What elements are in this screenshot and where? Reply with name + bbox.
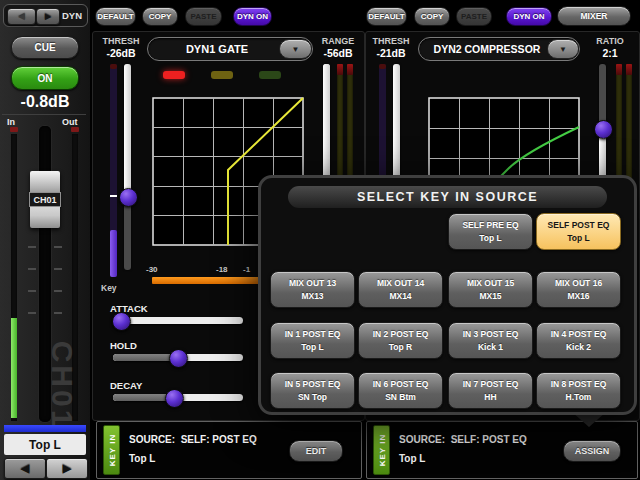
prev-channel-button[interactable]: ◀ [7, 8, 36, 25]
keyin-source-option[interactable]: IN 3 POST EQ Kick 1 [448, 322, 533, 359]
dyn2-keyin-name: Top L [399, 453, 425, 464]
in-meter-fill [11, 318, 17, 418]
dyn1-keyin-source: SOURCE: SELF: POST EQ [129, 434, 257, 445]
dyn1-thresh-label: THRESH [98, 36, 144, 46]
gate-yellow-led [211, 71, 233, 79]
dyn2-paste-button[interactable]: PASTE [456, 7, 492, 26]
channel-name-box[interactable]: Top L [4, 434, 86, 455]
keyin-source-option-selected[interactable]: SELF POST EQ Top L [536, 213, 621, 250]
keyin-source-option[interactable]: IN 4 POST EQ Kick 2 [536, 322, 621, 359]
dyn2-type-dropdown-button[interactable]: ▼ [547, 39, 579, 59]
dyn1-keyin-edit-button[interactable]: EDIT [289, 440, 343, 462]
dyn1-range-value: -56dB [314, 47, 362, 59]
keyin-source-option[interactable]: IN 1 POST EQ Top L [270, 322, 355, 359]
left-arrow-icon: ◀ [18, 12, 24, 21]
hold-label: HOLD [110, 340, 137, 351]
fader-handle[interactable]: CH01 [30, 171, 60, 228]
option-line2: H.Tom [566, 391, 592, 403]
dyn1-key-meter-fill [110, 230, 117, 277]
copy-label: COPY [149, 12, 172, 21]
option-line2: Top R [389, 341, 412, 353]
dyn2-on-button[interactable]: DYN ON [506, 7, 552, 26]
channel-on-button[interactable]: ON [11, 66, 79, 90]
dyn1-scale-tick-30: -30 [146, 265, 158, 274]
dyn2-default-button[interactable]: DEFAULT [366, 7, 407, 26]
out-meter-label: Out [62, 117, 78, 127]
option-line2: MX15 [479, 290, 501, 302]
dyn-on-label: DYN ON [513, 12, 544, 21]
dyn1-type-dropdown-button[interactable]: ▼ [279, 39, 312, 59]
hold-knob[interactable] [169, 349, 188, 368]
attack-knob[interactable] [112, 312, 131, 331]
dyn1-paste-button[interactable]: PASTE [185, 7, 222, 26]
strip-divider [2, 114, 86, 115]
option-line2: Kick 2 [566, 341, 591, 353]
option-line2: MX13 [301, 290, 323, 302]
keyin-source-option[interactable]: SELF PRE EQ Top L [448, 213, 533, 250]
gate-green-led [259, 71, 281, 79]
dyn2-ratio-knob[interactable] [594, 120, 613, 139]
keyin-source-option[interactable]: MIX OUT 16 MX16 [536, 271, 621, 308]
dyn1-range-label: RANGE [314, 36, 362, 46]
dyn1-keyin-box: KEY IN SOURCE: SELF: POST EQ Top L EDIT [96, 421, 362, 479]
cue-button[interactable]: CUE [11, 36, 79, 59]
dyn1-scale-tick-12: -1 [243, 265, 250, 274]
dyn2-type-label: DYN2 COMPRESSOR [434, 43, 541, 55]
option-line1: IN 1 POST EQ [285, 328, 341, 340]
option-line2: Top L [479, 232, 502, 244]
option-line1: IN 6 POST EQ [373, 378, 429, 390]
dyn2-type-selector[interactable]: DYN2 COMPRESSOR ▼ [418, 37, 580, 61]
in-meter [11, 134, 17, 421]
keyin-source-option[interactable]: IN 6 POST EQ SN Btm [358, 372, 443, 409]
in-meter-label: In [7, 117, 15, 127]
keyin-tag-label: KEY IN [377, 434, 386, 467]
dyn1-default-button[interactable]: DEFAULT [95, 7, 136, 26]
attack-slider[interactable] [113, 317, 243, 324]
bank-right-button[interactable]: ▶ [46, 458, 88, 479]
keyin-source-option[interactable]: IN 8 POST EQ H.Tom [536, 372, 621, 409]
mixer-button[interactable]: MIXER [557, 6, 631, 26]
option-line2: SN Top [298, 391, 327, 403]
dyn1-on-button[interactable]: DYN ON [233, 7, 272, 26]
dyn1-copy-button[interactable]: COPY [142, 7, 178, 26]
option-line1: IN 2 POST EQ [373, 328, 429, 340]
option-line1: IN 5 POST EQ [285, 378, 341, 390]
option-line2: Kick 1 [478, 341, 503, 353]
dyn1-thresh-knob[interactable] [119, 188, 138, 207]
keyin-source-popup: SELECT KEY IN SOURCE SELF PRE EQ Top L S… [258, 175, 637, 415]
channel-nav-control: ◀ ▶ DYN [3, 4, 88, 27]
option-line2: HH [484, 391, 496, 403]
popup-title: SELECT KEY IN SOURCE [288, 186, 607, 208]
dyn1-threshold-marker [110, 195, 117, 197]
option-line1: IN 3 POST EQ [463, 328, 519, 340]
keyin-source-option[interactable]: IN 7 POST EQ HH [448, 372, 533, 409]
dyn1-type-selector[interactable]: DYN1 GATE ▼ [147, 37, 313, 61]
keyin-source-option[interactable]: MIX OUT 15 MX15 [448, 271, 533, 308]
option-line2: SN Btm [385, 391, 416, 403]
dyn1-thresh-slider[interactable] [124, 64, 131, 270]
fader-level-value: -0.8dB [0, 92, 90, 112]
option-line1: MIX OUT 14 [377, 277, 424, 289]
channel-color-bar [4, 425, 86, 432]
chevron-down-icon: ▼ [292, 45, 300, 54]
next-channel-button[interactable]: ▶ [36, 8, 60, 25]
bank-left-button[interactable]: ◀ [4, 458, 46, 479]
option-line1: SELF PRE EQ [462, 219, 518, 231]
option-line2: MX14 [389, 290, 411, 302]
dyn2-copy-button[interactable]: COPY [414, 7, 450, 26]
keyin-source-option[interactable]: IN 5 POST EQ SN Top [270, 372, 355, 409]
option-line1: MIX OUT 16 [555, 277, 602, 289]
decay-knob[interactable] [165, 389, 184, 408]
option-line1: MIX OUT 13 [289, 277, 336, 289]
option-line1: MIX OUT 15 [467, 277, 514, 289]
keyin-source-option[interactable]: IN 2 POST EQ Top R [358, 322, 443, 359]
dyn2-ratio-value: 2:1 [585, 47, 635, 59]
mixer-label: MIXER [581, 11, 608, 21]
assign-label: ASSIGN [575, 446, 610, 456]
dyn2-keyin-source: SOURCE: SELF: POST EQ [399, 434, 527, 445]
keyin-source-option[interactable]: MIX OUT 14 MX14 [358, 271, 443, 308]
dyn2-keyin-assign-button[interactable]: ASSIGN [563, 440, 621, 462]
copy-label: COPY [421, 12, 444, 21]
keyin-source-option[interactable]: MIX OUT 13 MX13 [270, 271, 355, 308]
dyn1-key-meter [110, 64, 117, 277]
